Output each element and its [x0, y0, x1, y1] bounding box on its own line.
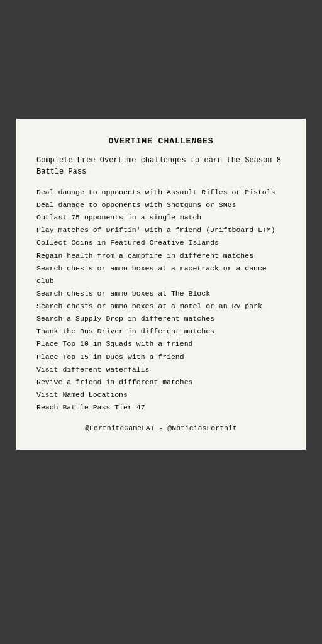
challenge-item: Search chests or ammo boxes at a racetra…	[36, 262, 286, 287]
challenge-item: Regain health from a campfire in differe…	[36, 250, 286, 262]
card-title: OVERTIME CHALLENGES	[36, 136, 286, 146]
card-subtitle: Complete Free Overtime challenges to ear…	[36, 155, 286, 177]
challenge-item: Play matches of Driftin' with a friend (…	[36, 224, 286, 236]
challenge-item: Search chests or ammo boxes at a motel o…	[36, 300, 286, 313]
challenge-item: Place Top 10 in Squads with a friend	[36, 338, 286, 350]
challenge-item: Revive a friend in different matches	[36, 376, 286, 389]
content-card: OVERTIME CHALLENGES Complete Free Overti…	[16, 119, 306, 450]
challenge-item: Visit Named Locations	[36, 389, 286, 401]
challenge-item: Collect Coins in Featured Creative Islan…	[36, 236, 286, 249]
challenge-item: Outlast 75 opponents in a single match	[36, 211, 286, 224]
challenge-item: Search chests or ammo boxes at The Block	[36, 287, 286, 300]
challenge-item: Thank the Bus Driver in different matche…	[36, 325, 286, 338]
challenge-item: Place Top 15 in Duos with a friend	[36, 351, 286, 364]
challenge-item: Reach Battle Pass Tier 47	[36, 401, 286, 414]
challenge-item: Visit different waterfalls	[36, 364, 286, 376]
challenge-item: Deal damage to opponents with Assault Ri…	[36, 186, 286, 199]
challenge-item: Search a Supply Drop in different matche…	[36, 313, 286, 325]
card-footer: @FortniteGameLAT - @NoticiasFortnit	[36, 424, 286, 432]
challenge-item: Deal damage to opponents with Shotguns o…	[36, 199, 286, 211]
challenges-list: Deal damage to opponents with Assault Ri…	[36, 186, 286, 414]
